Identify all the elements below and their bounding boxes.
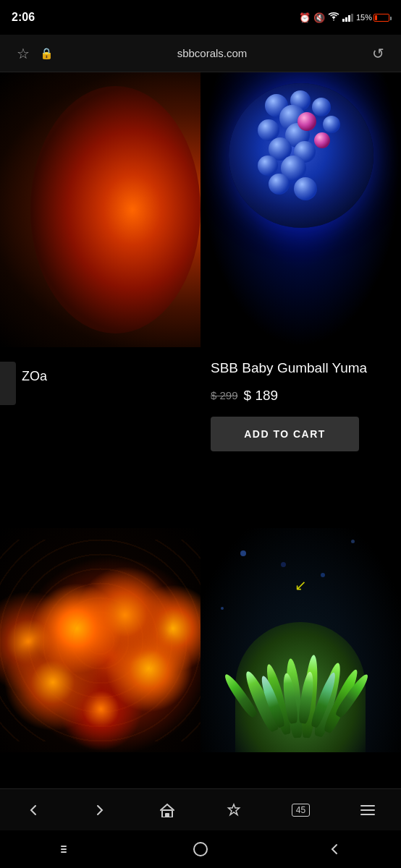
price-row: $ 299 $ 189 [211,388,391,404]
tabs-button[interactable]: 45 [284,794,316,826]
mute-icon: 🔇 [313,12,325,23]
lock-icon: 🔒 [35,47,58,60]
battery-icon: 15% [356,13,389,22]
signal-icon [342,14,353,22]
add-to-cart-button[interactable]: ADD TO CART [211,417,359,451]
product-info: SBB Baby Gumball Yuma $ 299 $ 189 ADD TO… [200,347,401,506]
product-info-row: ZOa SBB Baby Gumball Yuma $ 299 $ 189 AD… [0,347,401,506]
status-time: 2:06 [12,11,35,24]
bottom-product-row: ↙ [0,528,401,752]
original-price: $ 299 [211,389,238,401]
orange-zoa-image [0,528,200,752]
svg-point-8 [194,843,207,856]
refresh-icon[interactable]: ↺ [366,45,389,62]
alarm-icon: ⏰ [299,12,311,23]
status-bar: 2:06 ⏰ 🔇 15% [0,0,401,35]
sale-price: $ 189 [244,388,279,404]
top-product-row [0,72,401,347]
home-button[interactable] [151,794,183,826]
product-name: SBB Baby Gumball Yuma [211,359,391,378]
system-nav-bar [0,830,401,868]
zoa-label: ZOa [22,369,47,384]
browser-url[interactable]: sbbcorals.com [58,47,366,59]
content-area: ZOa SBB Baby Gumball Yuma $ 299 $ 189 AD… [0,72,401,752]
back-button[interactable] [17,794,49,826]
status-icons: ⏰ 🔇 15% [299,12,389,24]
right-product-image [200,72,401,347]
recent-apps-button[interactable] [45,833,88,865]
browser-bottom-nav: 45 [0,788,401,830]
back-gesture-button[interactable] [313,833,356,865]
left-product-info: ZOa [0,347,200,506]
anemone-image: ↙ [200,528,401,752]
product-gap [0,506,401,528]
menu-button[interactable] [352,794,384,826]
svg-rect-1 [165,813,169,817]
left-card-button[interactable] [0,362,16,405]
bookmark-icon[interactable]: ☆ [12,45,35,62]
wifi-icon [328,12,339,24]
left-product-image [0,72,200,347]
bookmarks-button[interactable] [218,794,250,826]
battery-percent: 15% [356,13,372,22]
forward-button[interactable] [84,794,116,826]
home-gesture-button[interactable] [179,833,222,865]
browser-bar: ☆ 🔒 sbbcorals.com ↺ [0,35,401,72]
